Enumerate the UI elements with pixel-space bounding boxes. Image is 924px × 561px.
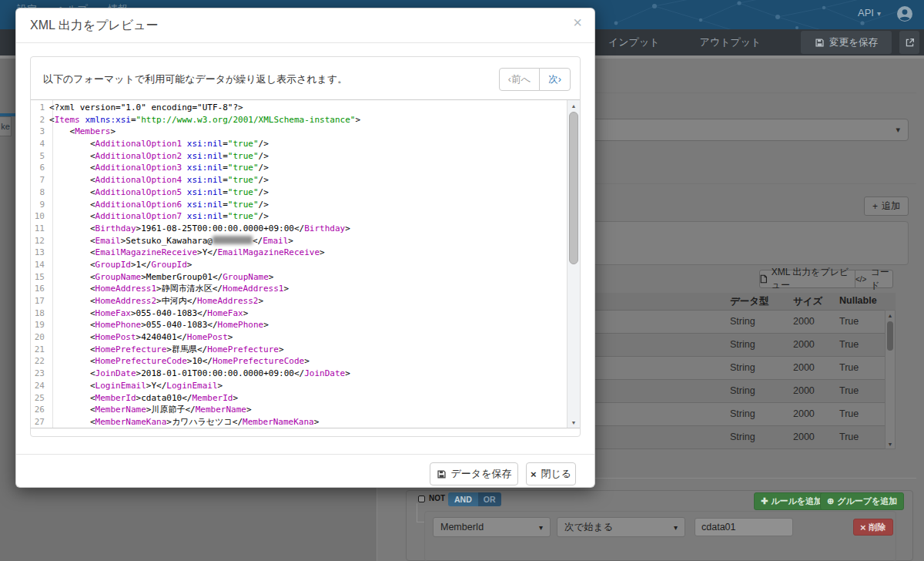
line-number: 7 xyxy=(31,174,49,186)
operator-select[interactable]: 次で始まる ▾ xyxy=(557,517,685,537)
save-data-button[interactable]: データを保存 xyxy=(430,462,518,485)
code-text: <AdditionalOption7 xsi:nil="true"/> xyxy=(49,210,269,223)
table-cell: 2000 xyxy=(793,339,815,350)
line-number: 1 xyxy=(31,102,49,114)
add-group-button[interactable]: ⊕グループを追加 xyxy=(820,492,904,510)
code-line: 4 <AdditionalOption1 xsi:nil="true"/> xyxy=(31,138,564,150)
not-checkbox[interactable] xyxy=(418,495,425,502)
code-text: <HomePrefectureCode>10</HomePrefectureCo… xyxy=(49,355,310,368)
table-cell: String xyxy=(730,432,755,442)
subnav-tab[interactable]: アウトプット xyxy=(700,35,762,49)
code-text: <MemberNameKana>カワハラセツコ</MemberNameKana> xyxy=(49,416,319,428)
table-cell: True xyxy=(839,385,859,396)
value-input[interactable] xyxy=(695,518,793,536)
code-line: 15 <GroupName>MemberGroup01</GroupName> xyxy=(31,271,564,284)
code-line: 10 <AdditionalOption7 xsi:nil="true"/> xyxy=(31,210,564,223)
save-changes-button[interactable]: 変更を保存 xyxy=(801,31,892,54)
next-record-button[interactable]: 次› xyxy=(539,68,571,91)
add-button[interactable]: +追加 xyxy=(864,197,909,216)
line-number: 3 xyxy=(31,126,49,138)
code-line: 9 <AdditionalOption6 xsi:nil="true"/> xyxy=(31,199,564,211)
table-cell: String xyxy=(730,385,755,396)
close-modal-button[interactable]: ×閉じる xyxy=(526,462,576,485)
column-header-datatype: データ型 xyxy=(730,295,769,308)
scroll-down-icon[interactable]: ▼ xyxy=(567,417,580,428)
line-number: 5 xyxy=(31,150,49,163)
add-button-label: 追加 xyxy=(882,200,900,213)
add-rule-button[interactable]: ✚ルールを追加 xyxy=(754,492,829,510)
code-line: 7 <AdditionalOption4 xsi:nil="true"/> xyxy=(31,174,564,186)
field-select-value: MemberId xyxy=(440,522,484,532)
rule-tree-connector xyxy=(417,522,424,522)
column-header-nullable: Nullable xyxy=(839,295,877,306)
line-number: 17 xyxy=(31,295,49,307)
field-select[interactable]: MemberId ▾ xyxy=(433,517,551,537)
or-toggle[interactable]: OR xyxy=(478,492,501,506)
code-line: 17 <HomeAddress2>中河内</HomeAddress2> xyxy=(31,295,564,307)
table-cell: String xyxy=(730,362,755,373)
code-text: <GroupName>MemberGroup01</GroupName> xyxy=(49,271,273,284)
preview-xml-button[interactable]: XML 出力をプレビュー xyxy=(759,270,856,288)
side-tab-label: ke xyxy=(1,122,10,131)
record-pager: ‹前へ 次› xyxy=(499,68,571,91)
line-number: 12 xyxy=(31,235,49,247)
scrollbar-thumb[interactable] xyxy=(569,112,578,264)
scroll-down-icon[interactable]: ▼ xyxy=(886,439,895,448)
scroll-up-icon[interactable]: ▲ xyxy=(567,100,580,111)
delete-rule-button[interactable]: ×削除 xyxy=(853,519,893,536)
code-button-label: コード xyxy=(870,266,892,292)
application-window: 設定ヘルプ情報 API▾ インプットアウトプットイベント 変更を保存 ke ▾ … xyxy=(0,0,924,561)
code-scrollbar[interactable]: ▲ ▼ xyxy=(567,100,580,428)
table-scrollbar[interactable]: ▲ ▼ xyxy=(885,310,896,449)
code-button[interactable]: </>コード xyxy=(855,270,893,288)
rule-tree-connector xyxy=(417,503,417,522)
line-number: 22 xyxy=(31,355,49,368)
code-text: <AdditionalOption3 xsi:nil="true"/> xyxy=(49,162,269,174)
side-tab-ke[interactable]: ke xyxy=(0,116,12,136)
save-data-label: データを保存 xyxy=(451,467,512,481)
and-or-toggle[interactable]: AND OR xyxy=(448,492,501,506)
code-line: 5 <AdditionalOption2 xsi:nil="true"/> xyxy=(31,150,564,163)
code-icon: </> xyxy=(855,275,866,284)
prev-record-button[interactable]: ‹前へ xyxy=(499,68,540,91)
line-number: 23 xyxy=(31,368,49,380)
scrollbar-thumb[interactable] xyxy=(887,321,893,351)
subnav-tab[interactable]: インプット xyxy=(608,35,660,49)
code-text: <Birthday>1961-08-25T00:00:00.0000+09:00… xyxy=(49,223,350,235)
external-link-button[interactable] xyxy=(899,31,919,54)
code-text: <HomeFax>055-040-1083</HomeFax> xyxy=(49,307,248,320)
add-group-label: グループを追加 xyxy=(837,495,897,507)
table-cell: 2000 xyxy=(793,385,815,396)
line-number: 21 xyxy=(31,344,49,356)
scroll-up-icon[interactable]: ▲ xyxy=(886,311,895,320)
table-cell: String xyxy=(730,316,755,327)
chevron-down-icon: ▾ xyxy=(674,523,678,532)
floppy-save-icon xyxy=(437,469,447,479)
code-text: <GroupId>1</GroupId> xyxy=(49,259,192,271)
code-line: 12 <Email>Setsuko_Kawahara@</Email> xyxy=(31,235,564,247)
code-line: 27 <MemberNameKana>カワハラセツコ</MemberNameKa… xyxy=(31,416,564,428)
chevron-down-icon: ▾ xyxy=(896,125,900,135)
table-cell: 2000 xyxy=(793,432,815,442)
code-line: 24 <LoginEmail>Y</LoginEmail> xyxy=(31,380,564,392)
code-text: <AdditionalOption5 xsi:nil="true"/> xyxy=(49,186,269,199)
line-number: 18 xyxy=(31,307,49,320)
code-text: <AdditionalOption2 xsi:nil="true"/> xyxy=(49,150,269,163)
add-rule-label: ルールを追加 xyxy=(771,495,822,507)
line-number: 16 xyxy=(31,283,49,295)
table-cell: String xyxy=(730,339,755,350)
table-cell: True xyxy=(839,339,859,350)
code-line: 8 <AdditionalOption5 xsi:nil="true"/> xyxy=(31,186,564,199)
code-text: <HomeAddress2>中河内</HomeAddress2> xyxy=(49,295,263,307)
code-text: <?xml version="1.0" encoding="UTF-8"?> xyxy=(49,102,243,114)
delete-rule-label: 削除 xyxy=(869,522,886,533)
code-line: 2<Items xmlns:xsi="http://www.w3.org/200… xyxy=(31,114,564,126)
and-toggle[interactable]: AND xyxy=(448,492,478,506)
modal-close-icon[interactable]: × xyxy=(573,15,582,30)
table-cell: True xyxy=(839,316,859,327)
rule-builder-panel: NOT AND OR ✚ルールを追加 ⊕グループを追加 MemberId ▾ 次… xyxy=(406,490,913,561)
code-text: <HomePhone>055-040-1083</HomePhone> xyxy=(49,319,269,331)
api-dropdown[interactable]: API▾ xyxy=(858,7,881,18)
preview-panel: 以下のフォーマットで利用可能なデータが繰り返し表示されます。 ‹前へ 次› 1<… xyxy=(30,56,581,437)
user-avatar-icon[interactable] xyxy=(896,5,913,22)
